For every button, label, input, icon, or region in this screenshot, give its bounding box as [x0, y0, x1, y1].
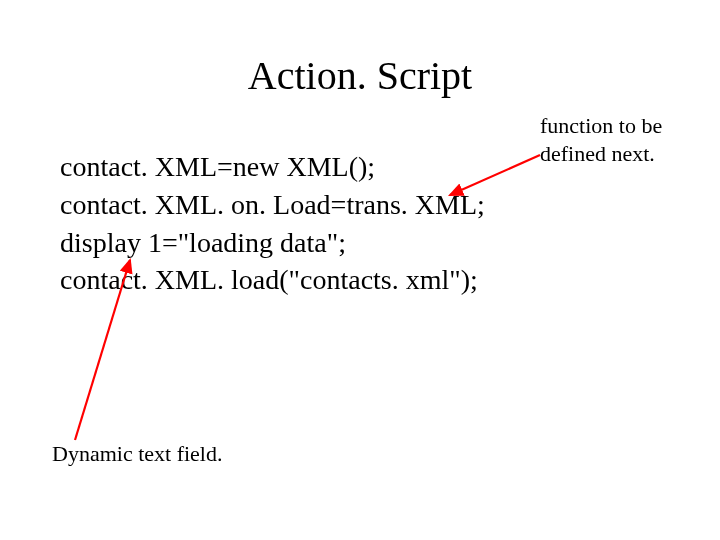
- slide: Action. Script contact. XML=new XML(); c…: [0, 0, 720, 540]
- svg-line-1: [75, 260, 130, 440]
- arrow-bottom-icon: [0, 0, 720, 540]
